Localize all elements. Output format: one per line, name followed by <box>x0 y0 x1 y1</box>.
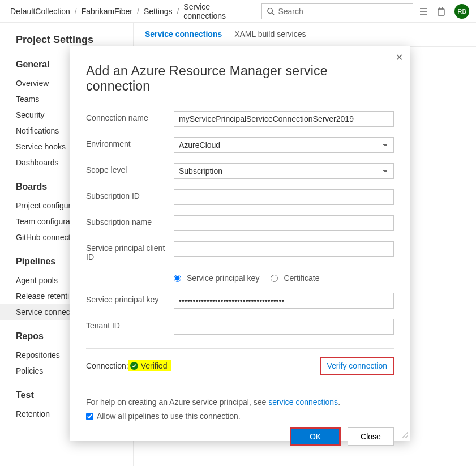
label-subscription-id: Subscription ID <box>86 189 174 200</box>
top-bar: DefaultCollection / FabrikamFiber / Sett… <box>0 0 476 23</box>
avatar[interactable]: RB <box>454 4 469 19</box>
label-sp-key: Service principal key <box>86 293 174 304</box>
breadcrumb-collection[interactable]: DefaultCollection <box>7 7 74 16</box>
label-connection-name: Connection name <box>86 111 174 122</box>
search-input[interactable] <box>278 7 408 16</box>
checkbox-allow-all[interactable] <box>86 413 93 420</box>
input-tenant-id[interactable] <box>174 319 394 335</box>
search-box[interactable] <box>261 3 413 19</box>
input-connection-name[interactable] <box>174 111 394 127</box>
service-connections-link[interactable]: service connections <box>268 397 338 407</box>
close-button[interactable]: Close <box>348 427 394 446</box>
verified-text: Verified <box>141 361 168 370</box>
radio-certificate[interactable] <box>271 275 278 282</box>
verify-connection-link[interactable]: Verify connection <box>320 357 394 375</box>
breadcrumb-sep: / <box>136 7 140 16</box>
svg-point-0 <box>268 8 273 13</box>
input-sp-key[interactable] <box>174 293 394 309</box>
select-scope-level[interactable]: Subscription <box>174 163 394 179</box>
svg-rect-2 <box>438 9 444 15</box>
checkbox-allow-all-label: Allow all pipelines to use this connecti… <box>97 412 241 421</box>
check-circle-icon <box>130 361 139 370</box>
breadcrumb-project[interactable]: FabrikamFiber <box>78 7 136 16</box>
main-tabs: Service connections XAML build services <box>134 23 476 47</box>
ok-button[interactable]: OK <box>290 427 341 446</box>
svg-line-1 <box>272 12 275 15</box>
dialog-title: Add an Azure Resource Manager service co… <box>86 63 394 94</box>
sidebar-title: Project Settings <box>16 34 133 46</box>
shop-icon[interactable] <box>434 3 449 19</box>
close-icon[interactable]: ✕ <box>396 52 403 63</box>
radio-label-certificate[interactable]: Certificate <box>284 273 319 283</box>
input-subscription-id[interactable] <box>174 189 394 205</box>
breadcrumb-service-conn[interactable]: Service connections <box>180 2 257 20</box>
breadcrumb-sep: / <box>74 7 78 16</box>
add-connection-dialog: ✕ Add an Azure Resource Manager service … <box>70 46 410 441</box>
label-subscription-name: Subscription name <box>86 215 174 226</box>
breadcrumb-sep: / <box>175 7 180 16</box>
input-subscription-name[interactable] <box>174 215 394 231</box>
tab-service-connections[interactable]: Service connections <box>145 29 222 42</box>
connection-label: Connection: <box>86 361 128 370</box>
radio-label-sp-key[interactable]: Service principal key <box>187 273 259 283</box>
radio-sp-key[interactable] <box>174 275 181 282</box>
label-scope-level: Scope level <box>86 163 174 174</box>
search-icon <box>267 7 275 15</box>
label-sp-client-id: Service principal client ID <box>86 241 174 262</box>
divider <box>86 348 394 349</box>
verified-badge: Verified <box>128 360 172 371</box>
input-sp-client-id[interactable] <box>174 241 394 257</box>
resize-grip-icon[interactable] <box>400 430 408 438</box>
help-text: For help on creating an Azure service pr… <box>86 396 394 408</box>
tab-xaml-build[interactable]: XAML build services <box>234 29 306 42</box>
select-environment[interactable]: AzureCloud <box>174 137 394 153</box>
label-tenant-id: Tenant ID <box>86 319 174 330</box>
list-icon[interactable] <box>415 3 431 19</box>
breadcrumb-settings[interactable]: Settings <box>140 7 176 16</box>
label-environment: Environment <box>86 137 174 148</box>
